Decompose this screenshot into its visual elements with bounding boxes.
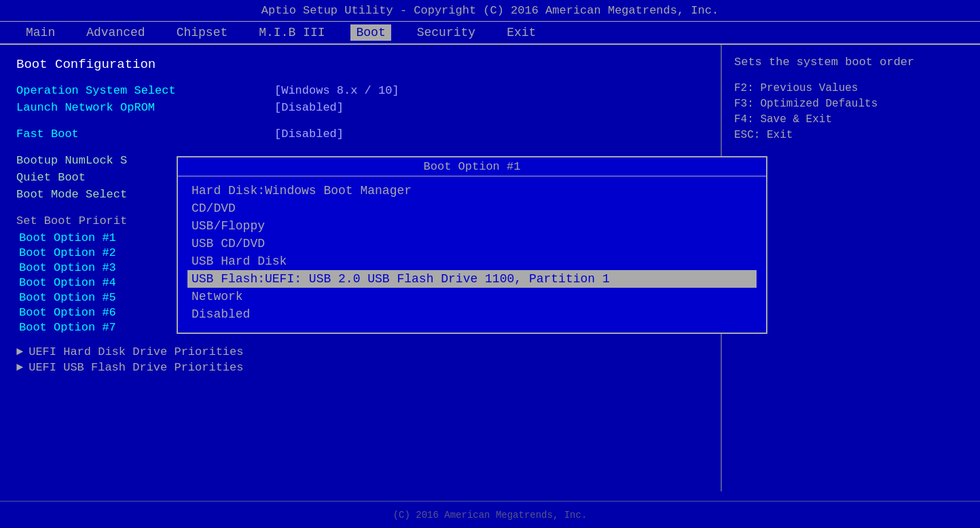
os-select-label: Operation System Select <box>16 84 274 97</box>
nav-item-main[interactable]: Main <box>20 24 60 41</box>
arrow-item-0[interactable]: ►UEFI Hard Disk Drive Priorities <box>16 345 704 358</box>
popup-item-3[interactable]: USB CD/DVD <box>187 235 757 252</box>
popup-item-6[interactable]: Network <box>187 288 757 305</box>
nav-bar: MainAdvancedChipsetM.I.B IIIBootSecurity… <box>0 22 980 45</box>
nav-item-m.i.b-iii[interactable]: M.I.B III <box>253 24 330 41</box>
arrow-items-list: ►UEFI Hard Disk Drive Priorities►UEFI US… <box>16 345 704 374</box>
bottom-text: (C) 2016 American Megatrends, Inc. <box>393 510 587 521</box>
help-text: Sets the system boot order <box>734 56 968 69</box>
section-title: Boot Configuration <box>16 57 704 72</box>
popup-item-4[interactable]: USB Hard Disk <box>187 252 757 270</box>
title-text: Aptio Setup Utility - Copyright (C) 2016… <box>261 4 719 17</box>
network-oprom-value[interactable]: [Disabled] <box>274 101 344 114</box>
nav-item-boot[interactable]: Boot <box>350 24 391 41</box>
popup-item-5[interactable]: USB Flash:UEFI: USB 2.0 USB Flash Drive … <box>187 270 757 288</box>
popup-list[interactable]: Hard Disk:Windows Boot ManagerCD/DVDUSB/… <box>178 176 766 333</box>
arrow-item-1[interactable]: ►UEFI USB Flash Drive Priorities <box>16 361 704 374</box>
popup-item-7[interactable]: Disabled <box>187 305 757 323</box>
network-oprom-label: Launch Network OpROM <box>16 101 274 114</box>
arrow-icon-1: ► <box>16 361 23 374</box>
boot-option-popup[interactable]: Boot Option #1 Hard Disk:Windows Boot Ma… <box>177 156 767 334</box>
config-row-os: Operation System Select [Windows 8.x / 1… <box>16 84 704 97</box>
fastboot-label: Fast Boot <box>16 128 274 140</box>
title-bar: Aptio Setup Utility - Copyright (C) 2016… <box>0 0 980 22</box>
key-help-0: F2: Previous Values <box>734 82 968 94</box>
popup-item-2[interactable]: USB/Floppy <box>187 217 757 235</box>
key-help-1: F3: Optimized Defaults <box>734 98 968 110</box>
nav-item-exit[interactable]: Exit <box>501 24 541 41</box>
os-select-value[interactable]: [Windows 8.x / 10] <box>274 84 399 97</box>
arrow-label-0: UEFI Hard Disk Drive Priorities <box>29 345 243 358</box>
nav-item-security[interactable]: Security <box>412 24 481 41</box>
fastboot-value[interactable]: [Disabled] <box>274 128 344 140</box>
key-help-list: F2: Previous ValuesF3: Optimized Default… <box>734 82 968 141</box>
key-help-2: F4: Save & Exit <box>734 113 968 126</box>
nav-item-advanced[interactable]: Advanced <box>81 24 150 41</box>
popup-title: Boot Option #1 <box>178 157 766 176</box>
arrow-label-1: UEFI USB Flash Drive Priorities <box>29 361 243 374</box>
popup-item-1[interactable]: CD/DVD <box>187 200 757 217</box>
config-row-network-oprom: Launch Network OpROM [Disabled] <box>16 101 704 114</box>
arrow-icon-0: ► <box>16 345 23 358</box>
key-help-3: ESC: Exit <box>734 129 968 141</box>
popup-item-0[interactable]: Hard Disk:Windows Boot Manager <box>187 182 757 200</box>
bottom-bar: (C) 2016 American Megatrends, Inc. <box>0 501 980 528</box>
config-row-fastboot: Fast Boot [Disabled] <box>16 128 704 140</box>
nav-item-chipset[interactable]: Chipset <box>171 24 234 41</box>
